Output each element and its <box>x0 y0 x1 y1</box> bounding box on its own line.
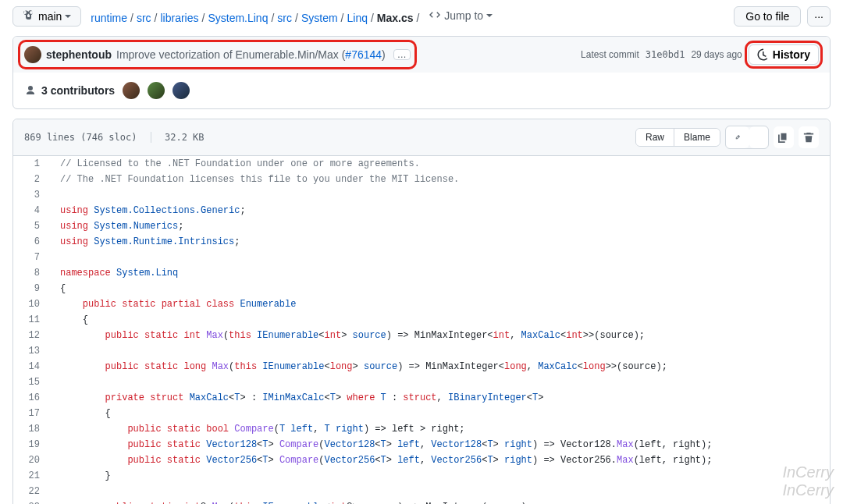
raw-blame-group: Raw Blame <box>635 128 720 147</box>
code-line[interactable]: 10 public static partial class Enumerabl… <box>13 296 830 312</box>
expand-message-button[interactable]: … <box>393 49 411 60</box>
trash-icon <box>803 132 814 143</box>
blame-button[interactable]: Blame <box>674 129 720 146</box>
edit-group <box>725 126 769 149</box>
code-content: 1// Licensed to the .NET Foundation unde… <box>13 156 830 504</box>
crumb-runtime[interactable]: runtime <box>91 12 127 24</box>
code-line[interactable]: 7 <box>13 250 830 265</box>
code-line[interactable]: 19 public static Vector128<T> Compare(Ve… <box>13 437 830 453</box>
code-line[interactable]: 4using System.Collections.Generic; <box>13 203 830 218</box>
crumb-systemlinq[interactable]: System.Linq <box>208 12 268 24</box>
copy-button[interactable] <box>774 126 794 148</box>
code-line[interactable]: 12 public static int Max(this IEnumerabl… <box>13 328 830 343</box>
branch-icon <box>23 10 35 23</box>
edit-button[interactable] <box>726 126 749 148</box>
crumb-file: Max.cs <box>377 12 414 24</box>
raw-button[interactable]: Raw <box>636 129 674 146</box>
code-line[interactable]: 17 { <box>13 406 830 421</box>
commit-age: 29 days ago <box>691 49 742 60</box>
code-line[interactable]: 21 } <box>13 468 830 484</box>
code-line[interactable]: 11 { <box>13 312 830 328</box>
pencil-icon <box>735 132 740 143</box>
code-line[interactable]: 1// Licensed to the .NET Foundation unde… <box>13 156 830 172</box>
breadcrumb: runtime/src/libraries/System.Linq/src/Sy… <box>91 9 493 24</box>
jump-to-button[interactable]: Jump to <box>429 9 493 22</box>
people-icon <box>24 84 37 97</box>
file-view: 869 lines (746 sloc) 32.2 KB Raw Blame <box>12 119 831 504</box>
code-line[interactable]: 15 <box>13 374 830 390</box>
dropdown-caret-icon <box>486 12 493 19</box>
contributors-count[interactable]: 3 contributors <box>24 84 115 97</box>
copy-icon <box>778 132 789 143</box>
commit-author[interactable]: stephentoub <box>46 48 112 61</box>
history-icon <box>757 48 770 61</box>
crumb-system[interactable]: System <box>301 12 338 24</box>
commit-sha[interactable]: 31e0bd1 <box>646 49 685 60</box>
code-line[interactable]: 2// The .NET Foundation licenses this fi… <box>13 172 830 187</box>
contributor-avatar[interactable] <box>123 82 140 99</box>
commit-message[interactable]: Improve vectorization of Enumerable.Min/… <box>116 48 386 61</box>
history-button[interactable]: History <box>749 44 819 65</box>
commit-box: stephentoub Improve vectorization of Enu… <box>12 36 831 109</box>
latest-commit-info[interactable]: stephentoub Improve vectorization of Enu… <box>24 46 411 63</box>
delete-button[interactable] <box>799 126 819 148</box>
author-avatar[interactable] <box>24 46 41 63</box>
pr-link[interactable]: #76144 <box>345 48 382 61</box>
code-line[interactable]: 22 <box>13 484 830 499</box>
edit-dropdown-button[interactable] <box>749 126 768 148</box>
code-line[interactable]: 23 public static int? Max(this IEnumerab… <box>13 499 830 504</box>
crumb-libraries[interactable]: libraries <box>161 12 199 24</box>
branch-name: main <box>38 10 62 23</box>
code-line[interactable]: 6using System.Runtime.Intrinsics; <box>13 234 830 250</box>
contributors-row: 3 contributors <box>13 73 830 108</box>
latest-commit-label: Latest commit <box>581 49 639 60</box>
file-meta: 869 lines (746 sloc) 32.2 KB <box>24 132 205 144</box>
code-line[interactable]: 14 public static long Max(this IEnumerab… <box>13 359 830 374</box>
code-line[interactable]: 3 <box>13 187 830 203</box>
crumb-linq[interactable]: Linq <box>347 12 367 24</box>
branch-select-button[interactable]: main <box>12 6 81 27</box>
crumb-src2[interactable]: src <box>277 12 292 24</box>
code-icon <box>429 9 441 22</box>
code-line[interactable]: 13 <box>13 343 830 359</box>
crumb-src[interactable]: src <box>137 12 151 24</box>
dropdown-caret-icon <box>65 13 71 20</box>
code-line[interactable]: 18 public static bool Compare(T left, T … <box>13 421 830 437</box>
go-to-file-button[interactable]: Go to file <box>734 6 801 27</box>
more-actions-button[interactable]: ··· <box>807 6 831 27</box>
contributor-avatar[interactable] <box>173 82 190 99</box>
code-line[interactable]: 9{ <box>13 281 830 296</box>
code-line[interactable]: 16 private struct MaxCalc<T> : IMinMaxCa… <box>13 390 830 406</box>
code-line[interactable]: 5using System.Numerics; <box>13 218 830 234</box>
file-nav-bar: main runtime/src/libraries/System.Linq/s… <box>12 0 831 36</box>
code-line[interactable]: 8namespace System.Linq <box>13 265 830 281</box>
contributor-avatar[interactable] <box>148 82 165 99</box>
code-line[interactable]: 20 public static Vector256<T> Compare(Ve… <box>13 453 830 468</box>
